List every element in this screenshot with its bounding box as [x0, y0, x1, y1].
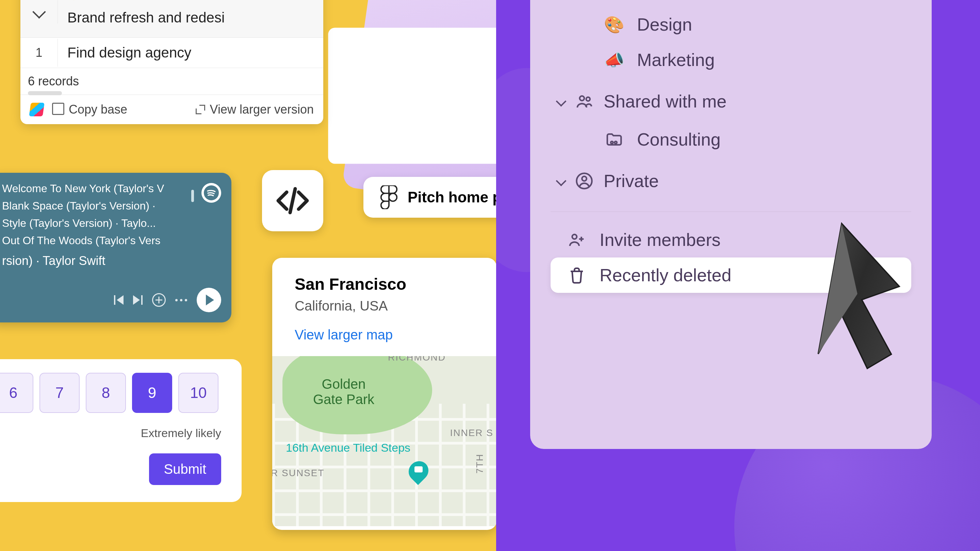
airtable-embed-card: ✨ PROJECTS Brand refresh and redesi 1 Fi… [21, 0, 323, 124]
airtable-header-row: ✨ PROJECTS Brand refresh and redesi [21, 0, 323, 38]
view-larger-map-link[interactable]: View larger map [295, 327, 474, 343]
spotify-logo-icon [202, 183, 221, 203]
sidebar-section-shared[interactable]: Shared with me [550, 78, 911, 122]
svg-point-1 [389, 193, 397, 201]
rating-option-10[interactable]: 10 [178, 373, 218, 413]
invite-members-icon [568, 230, 586, 249]
add-to-playlist-button[interactable] [152, 293, 166, 307]
previous-track-button[interactable] [114, 295, 124, 305]
code-icon [272, 180, 313, 221]
figma-icon [380, 185, 398, 209]
svg-point-7 [582, 176, 587, 181]
play-button[interactable] [197, 288, 221, 312]
next-track-button[interactable] [133, 295, 143, 305]
right-sidebar-panel: 🎨 Design 📣 Marketing Shared with me Cons… [496, 0, 980, 551]
district-label-inner: INNER S [450, 427, 493, 438]
svg-point-5 [614, 141, 617, 144]
view-larger-button[interactable]: View larger version [196, 102, 314, 117]
map-title: San Francisco [295, 275, 474, 294]
svg-point-3 [586, 97, 590, 101]
chevron-down-icon [556, 176, 566, 186]
spotify-player-card: Welcome To New York (Taylor's V Blank Sp… [0, 173, 231, 322]
copy-base-button[interactable]: Copy base [54, 102, 127, 117]
now-playing-indicator [191, 190, 194, 202]
player-controls [114, 288, 221, 312]
sidebar-section-private[interactable]: Private [550, 157, 911, 202]
expand-row-toggle[interactable] [21, 0, 58, 24]
emoji-icon: ✨ [67, 0, 79, 1]
map-canvas[interactable]: Golden Gate Park RICHMOND INNER S R SUNS… [272, 356, 497, 526]
track-item[interactable]: Out Of The Woods (Taylor's Vers [2, 234, 192, 247]
sidebar-item-consulting[interactable]: Consulting [550, 122, 911, 157]
trash-icon [568, 266, 586, 284]
poi-pin-icon[interactable] [408, 462, 429, 485]
copy-icon [54, 105, 64, 114]
street-label-7th: 7th [475, 454, 485, 474]
project-title-cell[interactable]: Brand refresh and redesi [58, 3, 323, 33]
svg-point-2 [580, 96, 585, 101]
palette-icon: 🎨 [605, 15, 624, 34]
shared-folder-icon [605, 130, 624, 149]
rating-option-7[interactable]: 7 [40, 373, 80, 413]
cursor-illustration [765, 194, 929, 385]
figma-link-label: Pitch home p [408, 189, 501, 206]
people-icon [575, 92, 593, 111]
megaphone-icon: 📣 [605, 51, 624, 69]
row-task-cell[interactable]: Find design agency [58, 38, 323, 68]
expand-icon [196, 105, 205, 114]
artist-line: rsion) · Taylor Swift [2, 254, 219, 268]
nps-survey-card: 6 7 8 9 10 Extremely likely Submit [0, 359, 242, 502]
submit-button[interactable]: Submit [149, 453, 221, 485]
records-count: 6 records [21, 68, 323, 95]
rating-option-6[interactable]: 6 [0, 373, 33, 413]
airtable-logo-icon [30, 103, 43, 116]
track-item[interactable]: Blank Space (Taylor's Version) · [2, 200, 192, 212]
map-subtitle: California, USA [295, 298, 474, 314]
rating-option-9[interactable]: 9 [132, 373, 172, 413]
chevron-down-icon [32, 5, 46, 19]
person-circle-icon [575, 172, 593, 190]
district-label-richmond: RICHMOND [388, 356, 446, 363]
left-collage-panel: ✨ PROJECTS Brand refresh and redesi 1 Fi… [0, 0, 496, 551]
horizontal-scrollbar[interactable] [28, 91, 62, 95]
more-options-button[interactable] [175, 299, 187, 301]
airtable-data-row[interactable]: 1 Find design agency [21, 38, 323, 68]
code-block-tile[interactable] [262, 170, 323, 231]
airtable-footer: Copy base View larger version [21, 95, 323, 124]
svg-point-4 [611, 141, 613, 144]
district-label-sunset: R SUNSET [272, 468, 325, 478]
chevron-down-icon [556, 96, 566, 106]
svg-point-8 [572, 234, 577, 239]
poi-label[interactable]: 16th Avenue Tiled Steps [286, 441, 410, 454]
row-number: 1 [21, 39, 58, 67]
track-item[interactable]: Welcome To New York (Taylor's V [2, 182, 192, 195]
map-embed-card: San Francisco California, USA View large… [272, 258, 497, 530]
park-label: Golden Gate Park [313, 376, 374, 407]
rating-options: 6 7 8 9 10 [0, 373, 228, 413]
figma-link-card[interactable]: Pitch home p [363, 177, 519, 218]
sidebar-item-design[interactable]: 🎨 Design [550, 7, 911, 42]
scale-label-high: Extremely likely [0, 427, 228, 440]
projects-header-label: ✨ PROJECTS [58, 0, 323, 1]
sidebar-item-marketing[interactable]: 📣 Marketing [550, 42, 911, 78]
rating-option-8[interactable]: 8 [86, 373, 126, 413]
track-item[interactable]: Style (Taylor's Version) · Taylo... [2, 217, 192, 230]
